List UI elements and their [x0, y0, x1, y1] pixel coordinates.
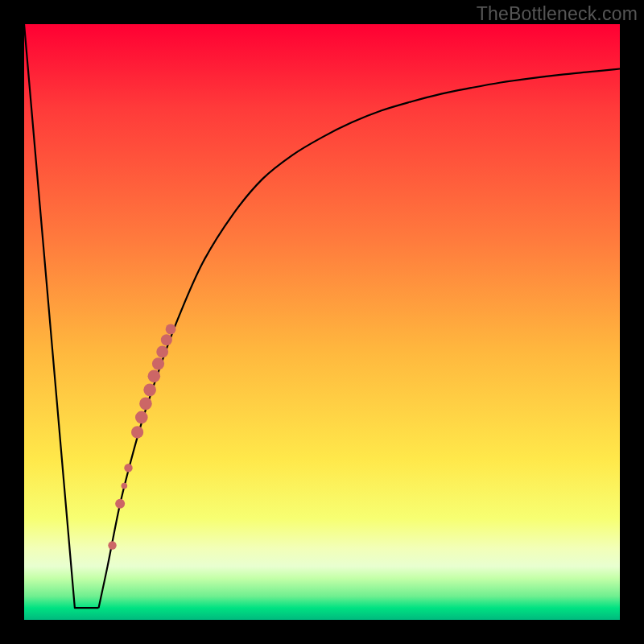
marker-dot — [139, 398, 152, 411]
marker-dot — [152, 357, 164, 369]
marker-dot — [135, 411, 148, 424]
descending-segment — [24, 24, 99, 608]
plot-area — [24, 24, 620, 620]
marker-dot — [122, 483, 128, 489]
marker-dot — [124, 464, 132, 472]
chart-container: TheBottleneck.com — [0, 0, 644, 644]
marker-dot — [148, 370, 161, 383]
marker-dot — [115, 499, 125, 509]
marker-dot — [166, 324, 176, 334]
curve-layer — [24, 24, 620, 620]
curve-line — [24, 24, 620, 608]
marker-dot — [131, 426, 143, 438]
ascending-curve — [99, 69, 621, 609]
marker-dot — [108, 541, 116, 549]
marker-dot — [143, 384, 156, 397]
watermark-text: TheBottleneck.com — [477, 3, 638, 25]
marker-dot — [156, 346, 168, 358]
marker-dot — [161, 334, 172, 345]
